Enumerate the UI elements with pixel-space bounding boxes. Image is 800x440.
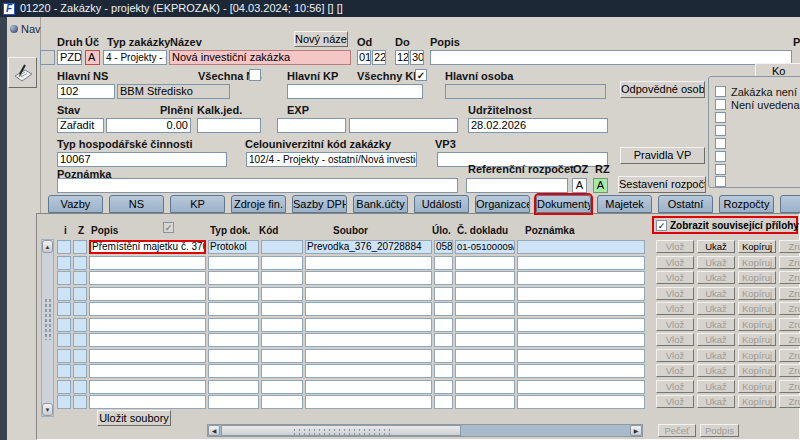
table-row-empty[interactable]: Vlož Ukaž Kopíruj Zruš [0,256,800,271]
cell-z[interactable] [73,395,87,409]
cell-typ-dok[interactable] [208,318,259,332]
table-row-empty[interactable]: Vlož Ukaž Kopíruj Zruš [0,271,800,286]
vsechny-kp-checkbox[interactable] [415,69,427,81]
cell-soubor[interactable] [305,302,432,316]
select-all-checkbox[interactable] [163,222,174,233]
cell-i[interactable] [57,395,71,409]
kalk-jed-field[interactable] [197,118,261,133]
cell-popis[interactable] [89,395,206,409]
cell-popis[interactable] [89,333,206,347]
sestaveni-rozpoctu-button[interactable]: Sestavení rozpočtu [618,176,706,193]
tab-zdroje-fin[interactable]: Zdroje fin. [231,195,286,213]
cell-i[interactable] [57,256,71,270]
cell-soubor[interactable] [305,271,432,285]
cell-poznamka[interactable] [517,333,645,347]
cell-popis[interactable] [89,287,206,301]
cell-popis[interactable] [89,271,206,285]
cell-poznamka[interactable] [517,380,645,394]
table-row-empty[interactable]: Vlož Ukaž Kopíruj Zruš [0,302,800,317]
novy-nazev-button[interactable]: Nový název [294,31,348,47]
cell-kod[interactable] [261,349,303,363]
cell-kod[interactable] [261,380,303,394]
cell-kod[interactable] [261,271,303,285]
cell-ulo[interactable] [434,364,453,378]
popis-field[interactable] [430,50,792,65]
horizontal-scrollbar-thumb[interactable] [221,425,461,436]
cell-kod[interactable] [261,318,303,332]
cell-popis[interactable] [89,349,206,363]
cell-i[interactable] [57,240,71,254]
tab-rozpocty[interactable]: Rozpočty [719,195,774,213]
celouni-field[interactable]: 102/4 - Projekty - ostatní/Nová investič… [246,152,417,167]
kontrola-checkbox-4[interactable] [715,125,726,136]
ulozit-soubory-button[interactable]: Uložit soubory [97,410,171,426]
table-horizontal-scrollbar[interactable]: ◀ ▶ [207,424,643,437]
cell-ulo[interactable] [434,302,453,316]
cell-c-dokladu[interactable] [455,333,515,347]
cell-c-dokladu[interactable] [455,287,515,301]
poznamka-field[interactable] [57,178,458,193]
do-year-field[interactable]: 30 [410,50,424,65]
cell-c-dokladu[interactable] [455,256,515,270]
cell-soubor[interactable] [305,256,432,270]
tab-dokumenty[interactable]: Dokumenty [536,195,591,213]
cell-z[interactable] [73,240,87,254]
cell-c-dokladu[interactable] [455,271,515,285]
table-row-empty[interactable]: Vlož Ukaž Kopíruj Zruš [0,364,800,379]
sign-document-button[interactable] [8,57,37,88]
tab-organizace[interactable]: Organizace [475,195,530,213]
typ-zakazky-field[interactable]: 4 - Projekty - o [103,50,167,65]
do-month-field[interactable]: 12 [395,50,409,65]
cell-z[interactable] [73,256,87,270]
cell-typ-dok[interactable] [208,271,259,285]
cell-i[interactable] [57,333,71,347]
cell-ulo[interactable] [434,271,453,285]
cell-poznamka[interactable] [517,256,645,270]
table-row-empty[interactable]: Vlož Ukaž Kopíruj Zruš [0,380,800,395]
cell-c-dokladu[interactable] [455,380,515,394]
cell-typ-dok[interactable]: Protokol [208,240,259,254]
cell-ulo[interactable] [434,349,453,363]
cell-kod[interactable] [261,333,303,347]
cell-typ-dok[interactable] [208,333,259,347]
cell-ulo[interactable]: 058 [434,240,453,254]
cell-kod[interactable] [261,395,303,409]
tab-ostatni[interactable]: Ostatní [658,195,713,213]
rz-field[interactable]: A [593,178,608,193]
plneni-field[interactable]: 0.00 [106,118,191,133]
cell-i[interactable] [57,380,71,394]
cell-kod[interactable] [261,240,303,254]
cell-c-dokladu[interactable] [455,318,515,332]
cell-poznamka[interactable] [517,240,645,254]
stav-field[interactable]: Zařadit [57,118,104,133]
cell-popis-focused[interactable]: Přemístění majetku č. 376 [89,240,206,254]
cell-c-dokladu[interactable] [455,349,515,363]
cell-popis[interactable] [89,318,206,332]
tab-bank-ucty[interactable]: Bank.účty [353,195,408,213]
cell-c-dokladu[interactable] [455,302,515,316]
cell-z[interactable] [73,287,87,301]
nazev-field[interactable]: Nová investiční zakázka [169,50,351,65]
kontrola-checkbox-5[interactable] [715,138,726,149]
tab-udalosti[interactable]: Události [414,195,469,213]
tab-kp[interactable]: KP [170,195,225,213]
hlavni-ns-code-field[interactable]: 102 [57,84,115,99]
table-row-empty[interactable]: Vlož Ukaž Kopíruj Zruš [0,287,800,302]
od-year-field[interactable]: 22 [372,50,386,65]
show-related-checkbox[interactable]: ✓ [656,220,667,231]
cell-poznamka[interactable] [517,271,645,285]
cell-kod[interactable] [261,302,303,316]
cell-ulo[interactable] [434,287,453,301]
druh-field[interactable]: PZD [57,50,82,65]
tab-ns[interactable]: NS [109,195,164,213]
cell-kod[interactable] [261,256,303,270]
cell-typ-dok[interactable] [208,302,259,316]
kontrola-checkbox-7[interactable] [715,164,726,175]
table-row-empty[interactable]: Vlož Ukaž Kopíruj Zruš [0,395,800,410]
typ-hosp-field[interactable]: 10067 [57,152,227,167]
cell-ulo[interactable] [434,395,453,409]
cell-z[interactable] [73,318,87,332]
cell-soubor[interactable] [305,287,432,301]
cell-soubor[interactable] [305,349,432,363]
ref-rozpocet-field[interactable] [466,178,568,193]
